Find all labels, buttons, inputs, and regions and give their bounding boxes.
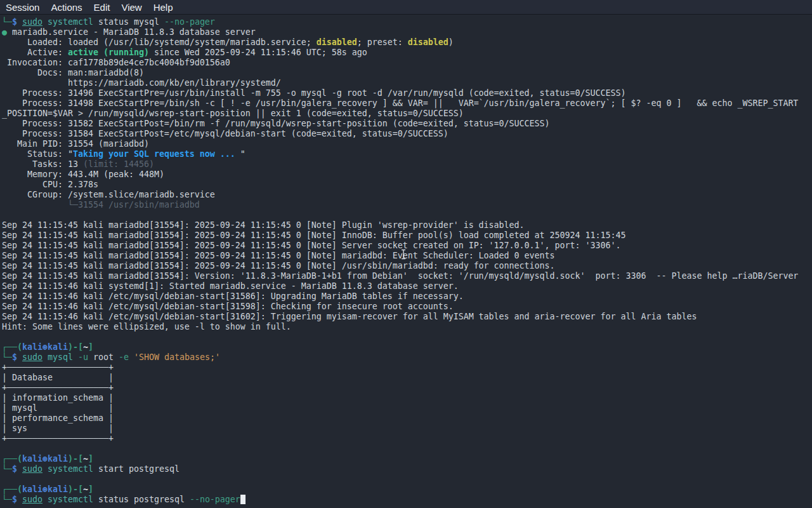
terminal-line: +────────────────────+: [2, 434, 812, 444]
terminal-line: └─$ sudo systemctl start postgresql: [2, 464, 812, 474]
terminal-line: └─31554 /usr/sbin/mariadbd: [2, 200, 812, 210]
terminal-line: └─$ sudo systemctl status mysql --no-pag…: [2, 17, 812, 27]
terminal-line: └─$ sudo systemctl status postgresql --n…: [2, 495, 812, 505]
terminal-screen[interactable]: └─$ sudo systemctl status mysql --no-pag…: [0, 15, 812, 508]
terminal-line: ┌──(kali⊛kali)-[~]: [2, 454, 812, 464]
terminal-line: _POSITION=$VAR > /run/mysqld/wsrep-start…: [2, 109, 812, 119]
menu-item-edit[interactable]: Edit: [88, 1, 116, 13]
terminal-line: Sep 24 11:15:46 kali /etc/mysql/debian-s…: [2, 291, 812, 302]
menu-item-actions[interactable]: Actions: [45, 1, 88, 13]
terminal-line: ┌──(kali⊛kali)-[~]: [2, 485, 812, 495]
terminal-line: Status: "Taking your SQL requests now ..…: [2, 149, 812, 159]
terminal-line: +────────────────────+: [2, 363, 812, 373]
terminal-line: CPU: 2.378s: [2, 180, 812, 190]
terminal-line: https://mariadb.com/kb/en/library/system…: [2, 78, 812, 88]
terminal-line: [2, 474, 812, 485]
terminal-line: Docs: man:mariadbd(8): [2, 68, 812, 78]
text-cursor: [240, 495, 246, 504]
terminal-line: Process: 31498 ExecStartPre=/bin/sh -c […: [2, 98, 812, 109]
terminal-line: Sep 24 11:15:45 kali mariadbd[31554]: 20…: [2, 220, 812, 231]
terminal-line: | information_schema |: [2, 393, 812, 403]
terminal-line: Memory: 443.4M (peak: 448M): [2, 170, 812, 180]
terminal-line: | mysql |: [2, 403, 812, 413]
terminal-line: Invocation: caf1778b89de4ce7bc4004bf9d01…: [2, 58, 812, 68]
terminal-line: Process: 31496 ExecStartPre=/usr/bin/ins…: [2, 88, 812, 98]
terminal-line: Tasks: 13 (limit: 14456): [2, 159, 812, 170]
terminal-line: Sep 24 11:15:45 kali mariadbd[31554]: 20…: [2, 241, 812, 251]
terminal-line: Sep 24 11:15:45 kali mariadbd[31554]: 20…: [2, 261, 812, 271]
terminal-line: ┌──(kali⊛kali)-[~]: [2, 342, 812, 352]
terminal-line: Active: active (running) since Wed 2025-…: [2, 48, 812, 58]
terminal-line: Sep 24 11:15:45 kali mariadbd[31554]: 20…: [2, 251, 812, 261]
terminal-line: Process: 31584 ExecStartPost=/etc/mysql/…: [2, 129, 812, 139]
terminal-line: ● mariadb.service - MariaDB 11.8.3 datab…: [2, 27, 812, 37]
menu-item-help[interactable]: Help: [148, 1, 179, 13]
terminal-line: └─$ sudo mysql -u root -e 'SHOW database…: [2, 352, 812, 363]
terminal-line: [2, 444, 812, 454]
menu-item-session[interactable]: Session: [0, 1, 45, 13]
terminal-line: Sep 24 11:15:46 kali /etc/mysql/debian-s…: [2, 302, 812, 312]
terminal-line: Hint: Some lines were ellipsized, use -l…: [2, 322, 812, 332]
terminal-line: | sys |: [2, 424, 812, 434]
terminal-line: +────────────────────+: [2, 383, 812, 393]
terminal-line: Sep 24 11:15:46 kali systemd[1]: Started…: [2, 281, 812, 291]
terminal-line: Sep 24 11:15:46 kali /etc/mysql/debian-s…: [2, 312, 812, 322]
menu-bar: SessionActionsEditViewHelp: [0, 0, 812, 15]
menu-item-view[interactable]: View: [115, 1, 147, 13]
terminal-line: Loaded: loaded (/usr/lib/systemd/system/…: [2, 37, 812, 48]
terminal-line: Process: 31582 ExecStartPost=/bin/rm -f …: [2, 119, 812, 129]
terminal-line: [2, 332, 812, 342]
terminal-line: Main PID: 31554 (mariadbd): [2, 139, 812, 149]
terminal-line: [2, 210, 812, 220]
terminal-line: Sep 24 11:15:45 kali mariadbd[31554]: Ve…: [2, 271, 812, 281]
terminal-line: | performance_schema |: [2, 413, 812, 424]
terminal-line: | Database |: [2, 373, 812, 383]
terminal-line: Sep 24 11:15:45 kali mariadbd[31554]: 20…: [2, 231, 812, 241]
terminal-line: CGroup: /system.slice/mariadb.service: [2, 190, 812, 200]
